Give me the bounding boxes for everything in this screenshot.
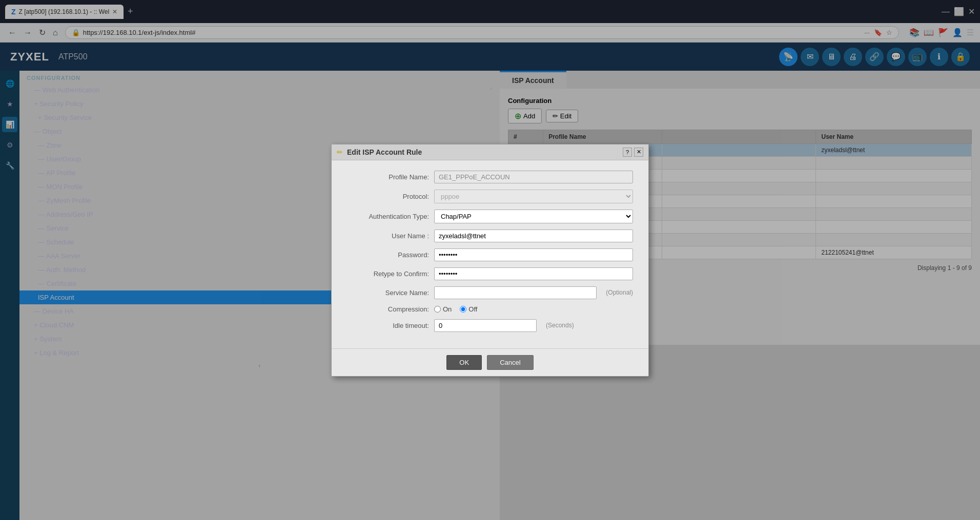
modal-close-button[interactable]: ✕ — [634, 148, 643, 157]
modal-header: ✏ Edit ISP Account Rule ? ✕ — [332, 144, 648, 160]
compression-label: Compression: — [347, 305, 429, 313]
compression-on-label[interactable]: On — [434, 305, 452, 313]
compression-off-radio[interactable] — [460, 306, 466, 313]
modal-title: Edit ISP Account Rule — [347, 148, 619, 156]
protocol-select[interactable]: pppoe — [434, 190, 633, 203]
idle-timeout-label: Idle timeout: — [347, 322, 429, 329]
idle-seconds-label: (Seconds) — [546, 322, 574, 329]
compression-off-text: Off — [468, 305, 477, 313]
compression-row: Compression: On Off — [347, 305, 633, 313]
password-row: Password: — [347, 248, 633, 261]
idle-timeout-row: Idle timeout: (Seconds) — [347, 319, 633, 332]
profile-name-row: Profile Name: document.querySelector('[d… — [347, 171, 633, 183]
modal-body: Profile Name: document.querySelector('[d… — [332, 160, 648, 348]
service-name-input[interactable] — [434, 286, 597, 299]
retype-label: Retype to Confirm: — [347, 270, 429, 278]
service-name-label: Service Name: — [347, 289, 429, 297]
edit-isp-modal: ✏ Edit ISP Account Rule ? ✕ Profile Name… — [331, 144, 649, 377]
auth-type-select[interactable]: Chap/PAP — [434, 210, 633, 223]
protocol-row: Protocol: pppoe — [347, 190, 633, 203]
username-row: User Name : document.querySelector('[dat… — [347, 230, 633, 242]
modal-edit-icon: ✏ — [337, 148, 343, 156]
retype-input[interactable] — [434, 267, 633, 280]
modal-controls: ? ✕ — [623, 148, 643, 157]
cancel-button[interactable]: Cancel — [487, 355, 533, 370]
password-input[interactable] — [434, 248, 633, 261]
service-name-row: Service Name: (Optional) — [347, 286, 633, 299]
compression-radio-group: On Off — [434, 305, 633, 313]
password-label: Password: — [347, 251, 429, 259]
auth-type-label: Authentication Type: — [347, 213, 429, 220]
ok-button[interactable]: OK — [446, 355, 482, 370]
modal-overlay: ✏ Edit ISP Account Rule ? ✕ Profile Name… — [0, 0, 980, 520]
compression-on-text: On — [443, 305, 452, 313]
username-label: User Name : — [347, 232, 429, 240]
profile-name-input[interactable] — [434, 171, 633, 183]
username-input[interactable] — [434, 230, 633, 242]
protocol-label: Protocol: — [347, 193, 429, 200]
modal-footer: OK Cancel — [332, 348, 648, 376]
retype-row: Retype to Confirm: — [347, 267, 633, 280]
service-optional-label: (Optional) — [606, 289, 633, 296]
modal-help-button[interactable]: ? — [623, 148, 632, 157]
auth-type-row: Authentication Type: Chap/PAP — [347, 210, 633, 223]
compression-on-radio[interactable] — [434, 306, 441, 313]
compression-off-label[interactable]: Off — [460, 305, 477, 313]
profile-name-label: Profile Name: — [347, 173, 429, 181]
idle-timeout-input[interactable] — [434, 319, 537, 332]
